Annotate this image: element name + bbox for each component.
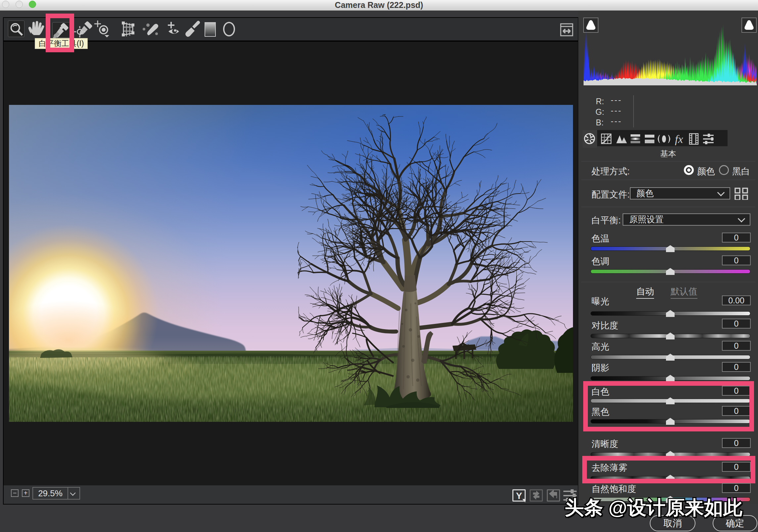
svg-text:fx: fx [675, 133, 683, 145]
